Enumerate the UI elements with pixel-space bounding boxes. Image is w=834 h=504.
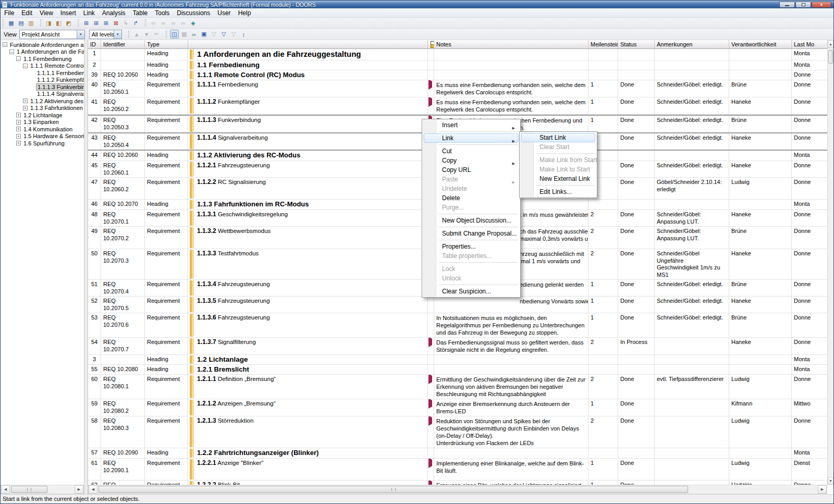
column-header-type[interactable]: Type (145, 40, 188, 48)
tree-item-1-5-hardware-sensorik[interactable]: +1.5 Hardware & Sensorik (1, 133, 84, 140)
chevron-down-icon[interactable]: ▼ (114, 30, 121, 39)
table-horizontal-scrollbar[interactable]: ◀ ▶ (88, 485, 827, 494)
column-header-anmerkungen[interactable]: Anmerkungen (655, 40, 729, 48)
table-row[interactable]: 1Heading1 Anforderungen an die Fahrzeugg… (88, 49, 827, 60)
tree-item-1-anforderungen-an-die-fahrzeu[interactable]: –1 Anforderungen an die Fahrzeu (1, 48, 84, 56)
table-row[interactable]: 62REQ 10.2090.2Requirement1.2.2.2 Blink-… (88, 481, 827, 485)
link-marker-icon[interactable] (428, 459, 432, 468)
context-menu-item-clear-suspicion[interactable]: Clear Suspicion... (424, 287, 519, 296)
menu-help[interactable]: Help (235, 8, 255, 17)
table-row[interactable]: 3Heading1.2 LichtanlageMonta (88, 355, 827, 365)
menu-tools[interactable]: Tools (151, 8, 173, 17)
tree-item-1-1-3-fahrfunktionen-im[interactable]: +1.1.3 Fahrfunktionen im (1, 105, 84, 112)
tree-item-1-4-kommunikation[interactable]: +1.4 Kommunikation (1, 126, 84, 133)
toolbar-grip[interactable] (166, 31, 167, 38)
tree-item-1-1-2-aktivierung-des-r[interactable]: +1.1.2 Aktivierung des R( (1, 97, 84, 105)
sort-icon[interactable]: ↕ (239, 30, 248, 39)
scroll-left-icon[interactable]: ◀ (89, 485, 97, 494)
tree-item-1-1-1-2-funkempf-n[interactable]: 1.1.1.2 Funkempfän (1, 77, 84, 84)
link-marker-icon[interactable] (428, 338, 432, 347)
column-header-main[interactable] (188, 40, 428, 48)
context-menu-item-copy[interactable]: Copy▶ (424, 156, 519, 165)
tree-item-1-1-fernbedienung[interactable]: –1.1 Fernbedienung (1, 55, 84, 63)
delete-object-icon[interactable]: ⊠ (112, 19, 120, 28)
tree-item-funktionale-anforderungen-an-das-f[interactable]: –Funktionale Anforderungen an das F (1, 41, 84, 48)
collapse-icon[interactable]: – (16, 56, 21, 61)
column-header-status[interactable]: Status (618, 40, 655, 48)
new-object-below-icon[interactable]: ⊞ (92, 19, 101, 28)
save-icon[interactable]: ▦ (7, 19, 16, 28)
scroll-thumb[interactable] (11, 486, 47, 493)
tree-item-1-1-1-3-funkverbind[interactable]: 1.1.1.3 Funkverbind (1, 83, 84, 91)
toolbar-grip[interactable] (3, 19, 4, 27)
link-submenu-item-start-link[interactable]: Start Link (521, 133, 595, 142)
context-menu-item-properties[interactable]: Properties... (424, 242, 519, 251)
expand-icon[interactable]: + (23, 99, 28, 103)
table-row[interactable]: 58REQ 10.2080.3Requirement1.2.1.3 Större… (88, 416, 827, 448)
expand-icon[interactable]: + (16, 113, 21, 117)
expand-icon[interactable]: + (16, 120, 21, 125)
menu-view[interactable]: View (36, 8, 57, 17)
scroll-thumb[interactable] (99, 486, 688, 493)
menu-file[interactable]: File (1, 8, 18, 17)
tree-horizontal-scrollbar[interactable]: ◀ ▶ (1, 485, 84, 494)
table-row[interactable]: 53REQ 10.2070.6Requirement1.1.3.6 Fahrze… (88, 313, 827, 338)
context-menu-item-insert[interactable]: Insert▶ (424, 120, 519, 130)
tree-item-1-2-lichtanlage[interactable]: +1.2 Lichtanlage (1, 112, 84, 119)
new-object-after-icon[interactable]: ⊞ (82, 19, 91, 28)
display-columns-icon[interactable]: ◫ (170, 30, 179, 39)
table-row[interactable]: 59REQ 10.2080.2Requirement1.2.1.2 Anzeig… (88, 399, 827, 416)
scroll-right-icon[interactable]: ▶ (818, 485, 827, 494)
column-header-last-mo[interactable]: Last Mo (792, 40, 827, 48)
column-header-notes[interactable]: Notes (434, 40, 588, 48)
context-menu-item-submit-change-proposal[interactable]: Submit Change Proposal... (424, 229, 519, 238)
scroll-right-icon[interactable]: ▶ (75, 485, 83, 494)
column-header-id[interactable]: ID (88, 40, 101, 48)
tree-item-1-3-einparken[interactable]: +1.3 Einparken (1, 119, 84, 126)
table-row[interactable]: 55REQ 10.2080Heading1.2.1 BremslichtMont… (88, 365, 827, 375)
panel-splitter[interactable] (84, 40, 88, 494)
view-select[interactable]: Projekt Ansicht ▼ (19, 30, 85, 39)
table-row[interactable]: 57REQ 10.2090Heading1.2.2 Fahrtrichtungs… (88, 448, 827, 459)
column-header-verantwortlichkeit[interactable]: Verantwortlichkeit (729, 40, 792, 48)
promote-object-icon[interactable]: ↱ (131, 19, 140, 28)
close-button[interactable]: x (812, 2, 831, 8)
expand-icon[interactable]: + (16, 141, 21, 145)
link-marker-icon[interactable] (428, 80, 432, 90)
scroll-left-icon[interactable]: ◀ (1, 485, 10, 494)
open-module-icon[interactable]: ◨ (44, 19, 53, 28)
link-marker-icon[interactable] (428, 481, 432, 485)
table-row[interactable]: 2Heading1.1 FernbedienungMonta (88, 60, 827, 70)
scroll-up-icon[interactable]: ▲ (828, 40, 833, 48)
lock-column-header[interactable] (428, 40, 434, 48)
define-filter-icon[interactable]: ▽ (219, 30, 228, 39)
toolbar-grip[interactable] (78, 19, 79, 27)
levels-select[interactable]: All levels ▼ (89, 30, 122, 39)
toolbar-grip[interactable] (128, 31, 130, 38)
table-row[interactable]: 40REQ 10.2050.1Requirement1.1.1.1 Fernbe… (88, 80, 827, 97)
clipboard-icon[interactable]: ▥ (27, 19, 35, 28)
menu-insert[interactable]: Insert (57, 8, 80, 17)
menu-link[interactable]: Link (80, 8, 99, 17)
link-marker-icon[interactable] (428, 375, 432, 384)
expand-icon[interactable]: + (23, 106, 28, 110)
minimize-button[interactable] (779, 2, 795, 8)
scroll-down-icon[interactable]: ▼ (828, 477, 833, 485)
collapse-icon[interactable]: – (9, 50, 14, 54)
tree-item-1-6-spurf-hrung[interactable]: +1.6 Spurführung (1, 140, 84, 147)
column-header-meilenstein[interactable]: Meilenstein (588, 40, 618, 48)
link-marker-icon[interactable] (428, 399, 432, 409)
context-menu-item-cut[interactable]: Cut (424, 146, 519, 156)
menu-user[interactable]: User (214, 8, 234, 17)
table-row[interactable]: 61REQ 10.2090.1Requirement1.2.2.1 Anzeig… (88, 459, 827, 481)
link-submenu-item-new-external-link[interactable]: New External Link (521, 174, 595, 183)
expand-icon[interactable]: + (16, 127, 21, 131)
collapse-icon[interactable]: – (3, 42, 7, 47)
link-submenu-item-edit-links[interactable]: Edit Links... (521, 187, 595, 196)
table-vertical-scrollbar[interactable]: ▲ ▼ (827, 40, 833, 485)
context-menu-item-link[interactable]: Link▶ (424, 133, 519, 143)
table-row[interactable]: 39REQ 10.2050Heading1.1.1 Remote Control… (88, 70, 827, 80)
graphics-mode-icon[interactable]: ▣ (200, 30, 208, 39)
module-properties-icon[interactable]: ◩ (64, 19, 73, 28)
table-row[interactable]: 52REQ 10.2070.5Requirement1.1.3.5 Fahrze… (88, 297, 827, 313)
